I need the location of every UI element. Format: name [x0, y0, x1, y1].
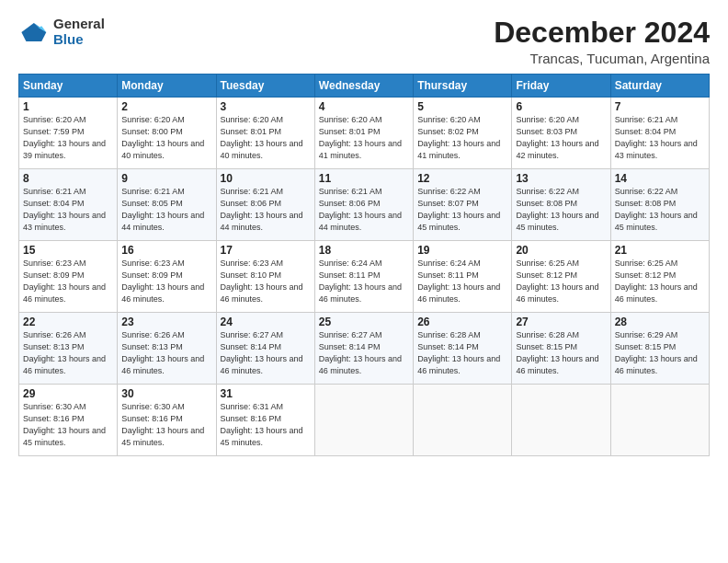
day-number: 24 — [221, 316, 311, 328]
day-number: 28 — [615, 316, 705, 328]
table-cell: 9 Sunrise: 6:21 AMSunset: 8:05 PMDayligh… — [118, 169, 216, 241]
col-saturday: Saturday — [610, 75, 709, 98]
header: General Blue December 2024 Trancas, Tucu… — [18, 17, 710, 66]
day-info: Sunrise: 6:26 AMSunset: 8:13 PMDaylight:… — [121, 330, 204, 375]
table-cell: 31 Sunrise: 6:31 AMSunset: 8:16 PMDaylig… — [216, 385, 314, 456]
day-info: Sunrise: 6:20 AMSunset: 8:02 PMDaylight:… — [417, 115, 500, 160]
day-info: Sunrise: 6:23 AMSunset: 8:09 PMDaylight:… — [121, 259, 204, 304]
table-cell — [610, 385, 709, 456]
table-cell: 30 Sunrise: 6:30 AMSunset: 8:16 PMDaylig… — [118, 385, 216, 456]
day-number: 29 — [23, 387, 113, 400]
day-number: 4 — [319, 100, 409, 113]
table-row: 8 Sunrise: 6:21 AMSunset: 8:04 PMDayligh… — [19, 169, 710, 241]
day-info: Sunrise: 6:30 AMSunset: 8:16 PMDaylight:… — [121, 402, 204, 447]
day-info: Sunrise: 6:20 AMSunset: 7:59 PMDaylight:… — [23, 115, 106, 160]
table-cell: 3 Sunrise: 6:20 AMSunset: 8:01 PMDayligh… — [216, 98, 314, 169]
day-number: 30 — [121, 387, 211, 400]
logo-general-text: General — [53, 17, 105, 32]
day-number: 26 — [417, 316, 507, 328]
table-row: 22 Sunrise: 6:26 AMSunset: 8:13 PMDaylig… — [19, 313, 710, 385]
day-info: Sunrise: 6:20 AMSunset: 8:01 PMDaylight:… — [319, 115, 402, 160]
table-row: 29 Sunrise: 6:30 AMSunset: 8:16 PMDaylig… — [19, 385, 710, 456]
day-info: Sunrise: 6:22 AMSunset: 8:07 PMDaylight:… — [417, 187, 500, 232]
day-info: Sunrise: 6:25 AMSunset: 8:12 PMDaylight:… — [615, 259, 698, 304]
day-number: 11 — [319, 172, 409, 185]
table-cell: 22 Sunrise: 6:26 AMSunset: 8:13 PMDaylig… — [19, 313, 118, 385]
day-info: Sunrise: 6:23 AMSunset: 8:09 PMDaylight:… — [23, 259, 106, 304]
table-cell: 13 Sunrise: 6:22 AMSunset: 8:08 PMDaylig… — [512, 169, 610, 241]
table-cell: 1 Sunrise: 6:20 AMSunset: 7:59 PMDayligh… — [19, 98, 118, 169]
table-cell: 4 Sunrise: 6:20 AMSunset: 8:01 PMDayligh… — [314, 98, 413, 169]
day-info: Sunrise: 6:26 AMSunset: 8:13 PMDaylight:… — [23, 330, 106, 375]
day-info: Sunrise: 6:31 AMSunset: 8:16 PMDaylight:… — [221, 402, 303, 447]
table-cell: 23 Sunrise: 6:26 AMSunset: 8:13 PMDaylig… — [118, 313, 216, 385]
day-number: 20 — [516, 244, 606, 257]
day-number: 10 — [221, 172, 311, 185]
table-cell: 16 Sunrise: 6:23 AMSunset: 8:09 PMDaylig… — [118, 241, 216, 313]
table-cell: 2 Sunrise: 6:20 AMSunset: 8:00 PMDayligh… — [118, 98, 216, 169]
header-row: Sunday Monday Tuesday Wednesday Thursday… — [19, 75, 710, 98]
table-cell: 5 Sunrise: 6:20 AMSunset: 8:02 PMDayligh… — [414, 98, 512, 169]
day-number: 5 — [417, 100, 507, 113]
location-title: Trancas, Tucuman, Argentina — [494, 51, 710, 66]
day-info: Sunrise: 6:24 AMSunset: 8:11 PMDaylight:… — [319, 259, 402, 304]
table-cell: 12 Sunrise: 6:22 AMSunset: 8:07 PMDaylig… — [414, 169, 512, 241]
day-info: Sunrise: 6:22 AMSunset: 8:08 PMDaylight:… — [516, 187, 598, 232]
table-cell: 25 Sunrise: 6:27 AMSunset: 8:14 PMDaylig… — [314, 313, 413, 385]
day-info: Sunrise: 6:20 AMSunset: 8:01 PMDaylight:… — [221, 115, 303, 160]
col-thursday: Thursday — [414, 75, 512, 98]
day-number: 12 — [417, 172, 507, 185]
day-info: Sunrise: 6:25 AMSunset: 8:12 PMDaylight:… — [516, 259, 598, 304]
title-section: December 2024 Trancas, Tucuman, Argentin… — [494, 17, 710, 66]
col-monday: Monday — [118, 75, 216, 98]
page: General Blue December 2024 Trancas, Tucu… — [0, 0, 728, 563]
table-cell: 11 Sunrise: 6:21 AMSunset: 8:06 PMDaylig… — [314, 169, 413, 241]
day-number: 16 — [121, 244, 211, 257]
day-info: Sunrise: 6:20 AMSunset: 8:00 PMDaylight:… — [121, 115, 204, 160]
day-info: Sunrise: 6:21 AMSunset: 8:06 PMDaylight:… — [319, 187, 402, 232]
table-cell: 28 Sunrise: 6:29 AMSunset: 8:15 PMDaylig… — [610, 313, 709, 385]
day-info: Sunrise: 6:21 AMSunset: 8:04 PMDaylight:… — [615, 115, 698, 160]
day-number: 8 — [23, 172, 113, 185]
day-info: Sunrise: 6:29 AMSunset: 8:15 PMDaylight:… — [615, 330, 698, 375]
table-cell: 29 Sunrise: 6:30 AMSunset: 8:16 PMDaylig… — [19, 385, 118, 456]
table-cell: 6 Sunrise: 6:20 AMSunset: 8:03 PMDayligh… — [512, 98, 610, 169]
day-info: Sunrise: 6:27 AMSunset: 8:14 PMDaylight:… — [319, 330, 402, 375]
logo-icon — [18, 19, 48, 45]
day-number: 23 — [121, 316, 211, 328]
table-cell: 18 Sunrise: 6:24 AMSunset: 8:11 PMDaylig… — [314, 241, 413, 313]
logo: General Blue — [18, 17, 105, 47]
day-number: 13 — [516, 172, 606, 185]
day-number: 31 — [221, 387, 311, 400]
day-info: Sunrise: 6:22 AMSunset: 8:08 PMDaylight:… — [615, 187, 698, 232]
day-number: 25 — [319, 316, 409, 328]
day-info: Sunrise: 6:21 AMSunset: 8:04 PMDaylight:… — [23, 187, 106, 232]
table-cell — [314, 385, 413, 456]
table-cell: 8 Sunrise: 6:21 AMSunset: 8:04 PMDayligh… — [19, 169, 118, 241]
table-cell: 27 Sunrise: 6:28 AMSunset: 8:15 PMDaylig… — [512, 313, 610, 385]
col-sunday: Sunday — [19, 75, 118, 98]
day-info: Sunrise: 6:27 AMSunset: 8:14 PMDaylight:… — [221, 330, 303, 375]
table-cell: 17 Sunrise: 6:23 AMSunset: 8:10 PMDaylig… — [216, 241, 314, 313]
day-number: 2 — [121, 100, 211, 113]
day-info: Sunrise: 6:28 AMSunset: 8:15 PMDaylight:… — [516, 330, 598, 375]
day-number: 1 — [23, 100, 113, 113]
col-wednesday: Wednesday — [314, 75, 413, 98]
logo-text: General Blue — [53, 17, 105, 47]
table-cell: 10 Sunrise: 6:21 AMSunset: 8:06 PMDaylig… — [216, 169, 314, 241]
day-info: Sunrise: 6:21 AMSunset: 8:06 PMDaylight:… — [221, 187, 303, 232]
table-cell: 14 Sunrise: 6:22 AMSunset: 8:08 PMDaylig… — [610, 169, 709, 241]
day-number: 19 — [417, 244, 507, 257]
table-cell — [512, 385, 610, 456]
day-info: Sunrise: 6:28 AMSunset: 8:14 PMDaylight:… — [417, 330, 500, 375]
day-number: 22 — [23, 316, 113, 328]
table-cell: 21 Sunrise: 6:25 AMSunset: 8:12 PMDaylig… — [610, 241, 709, 313]
day-number: 18 — [319, 244, 409, 257]
month-title: December 2024 — [494, 17, 710, 49]
table-cell: 26 Sunrise: 6:28 AMSunset: 8:14 PMDaylig… — [414, 313, 512, 385]
table-cell: 7 Sunrise: 6:21 AMSunset: 8:04 PMDayligh… — [610, 98, 709, 169]
table-row: 15 Sunrise: 6:23 AMSunset: 8:09 PMDaylig… — [19, 241, 710, 313]
calendar-table: Sunday Monday Tuesday Wednesday Thursday… — [18, 74, 710, 456]
day-number: 21 — [615, 244, 705, 257]
table-cell: 15 Sunrise: 6:23 AMSunset: 8:09 PMDaylig… — [19, 241, 118, 313]
